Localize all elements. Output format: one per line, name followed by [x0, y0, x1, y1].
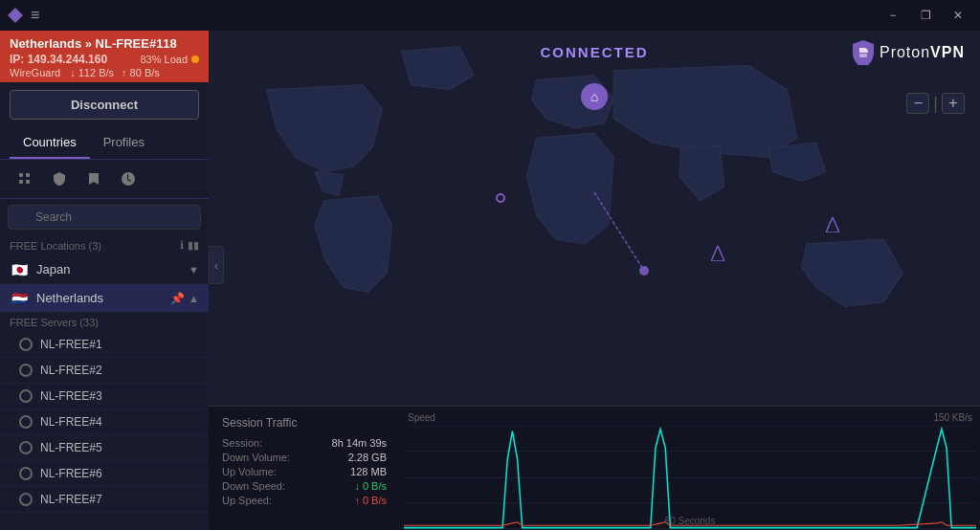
- chart-svg: [404, 426, 976, 530]
- country-list: FREE Locations (3) ℹ ▮▮ 🇯🇵 Japan ▼ 🇳🇱 Ne…: [0, 235, 209, 530]
- map-area: CONNECTED ProtonVPN − | + ⌂: [209, 31, 980, 530]
- session-row-1: Down Volume: 2.28 GB: [222, 452, 387, 463]
- server-load: 83% Load: [140, 54, 199, 65]
- section-icons: ℹ ▮▮: [180, 239, 199, 252]
- server-nl-free-2[interactable]: NL-FREE#2: [0, 358, 209, 384]
- session-key-2: Up Volume:: [222, 466, 277, 477]
- svg-marker-7: [711, 246, 724, 261]
- speed-max: 150 KB/s: [933, 412, 972, 423]
- ip-address: IP: 149.34.244.160: [10, 53, 107, 66]
- pin-icon[interactable]: 📌: [170, 292, 185, 305]
- sidebar-collapse-button[interactable]: ‹: [209, 246, 224, 284]
- svg-rect-1: [19, 180, 23, 184]
- filter-bookmark-icon[interactable]: [77, 166, 111, 192]
- connected-server: Netherlands » NL-FREE#118: [10, 36, 199, 51]
- server-nl-free-4[interactable]: NL-FREE#4: [0, 409, 209, 435]
- japan-flag: 🇯🇵: [10, 263, 29, 276]
- zoom-controls: − | +: [906, 93, 965, 114]
- svg-rect-2: [26, 173, 30, 177]
- server-nl-free-5[interactable]: NL-FREE#5: [0, 435, 209, 461]
- main-layout: Netherlands » NL-FREE#118 IP: 149.34.244…: [0, 31, 980, 530]
- connection-info: Netherlands » NL-FREE#118 IP: 149.34.244…: [0, 31, 209, 82]
- zoom-divider: |: [933, 94, 938, 114]
- japan-actions: ▼: [189, 264, 199, 276]
- tab-countries[interactable]: Countries: [10, 127, 90, 159]
- server-name: Netherlands » NL-FREE#118: [10, 36, 177, 51]
- protocol-row: WireGuard ↓ 112 B/s ↑ 80 B/s: [10, 67, 199, 78]
- session-title: Session Traffic: [222, 416, 387, 430]
- tab-profiles[interactable]: Profiles: [90, 127, 158, 159]
- speed-chart: Speed 150 KB/s 60 Seconds: [400, 407, 980, 530]
- japan-chevron: ▼: [189, 264, 199, 276]
- home-pin: ⌂: [581, 83, 608, 110]
- connected-label: CONNECTED: [540, 44, 648, 60]
- collapse-icon[interactable]: ▮▮: [188, 239, 199, 252]
- japan-name: Japan: [36, 262, 181, 276]
- session-val-4: ↑ 0 B/s: [354, 495, 387, 506]
- tab-bar: Countries Profiles: [0, 127, 209, 160]
- session-val-2: 128 MB: [350, 466, 387, 477]
- session-key-1: Down Volume:: [222, 452, 290, 463]
- filter-all-icon[interactable]: [8, 166, 42, 192]
- server-status-circle: [19, 467, 33, 480]
- titlebar: ≡ − ❐ ✕: [0, 0, 980, 31]
- svg-rect-3: [26, 180, 30, 184]
- filter-recent-icon[interactable]: [111, 166, 145, 192]
- server-nl-free-3[interactable]: NL-FREE#3: [0, 384, 209, 409]
- down-speed: ↓ 112 B/s: [70, 67, 114, 78]
- info-icon[interactable]: ℹ: [180, 239, 184, 252]
- free-servers-label: FREE Servers (33): [0, 313, 209, 332]
- session-row-4: Up Speed: ↑ 0 B/s: [222, 495, 387, 506]
- proton-icon: [8, 8, 23, 23]
- server-status-circle: [19, 493, 33, 506]
- minimize-button[interactable]: −: [879, 6, 907, 25]
- server-status-circle: [19, 441, 33, 454]
- zoom-minus-button[interactable]: −: [906, 93, 929, 114]
- country-item-netherlands[interactable]: 🇳🇱 Netherlands 📌 ▲: [0, 284, 209, 313]
- session-row-0: Session: 8h 14m 39s: [222, 437, 387, 449]
- protocol-name: WireGuard: [10, 67, 60, 78]
- home-icon: ⌂: [590, 89, 598, 104]
- netherlands-name: Netherlands: [36, 291, 163, 305]
- filter-shield-icon[interactable]: [42, 166, 77, 192]
- map-pin-au: [826, 217, 839, 235]
- netherlands-chevron: ▲: [189, 293, 199, 304]
- speed-label: Speed: [408, 412, 435, 423]
- server-status-circle: [19, 364, 33, 377]
- up-speed: ↑ 80 B/s: [122, 67, 160, 78]
- server-nl-free-7[interactable]: NL-FREE#7: [0, 487, 209, 513]
- session-key-0: Session:: [222, 437, 262, 449]
- close-button[interactable]: ✕: [944, 6, 972, 25]
- session-val-0: 8h 14m 39s: [332, 437, 387, 449]
- disconnect-wrap: Disconnect: [0, 82, 209, 127]
- bottom-panel: Session Traffic Session: 8h 14m 39s Down…: [209, 406, 980, 530]
- filter-bar: [0, 160, 209, 199]
- search-wrap: 🔍: [0, 199, 209, 235]
- svg-rect-0: [19, 173, 23, 177]
- search-input[interactable]: [8, 205, 201, 230]
- zoom-plus-button[interactable]: +: [942, 93, 965, 114]
- server-nl-free-6[interactable]: NL-FREE#6: [0, 461, 209, 487]
- server-status-circle: [19, 338, 33, 351]
- collapse-arrow: ‹: [214, 258, 218, 273]
- session-key-4: Up Speed:: [222, 495, 272, 506]
- load-indicator: [191, 55, 199, 63]
- free-locations-label: FREE Locations (3) ℹ ▮▮: [0, 235, 209, 255]
- disconnect-button[interactable]: Disconnect: [10, 90, 199, 120]
- home-circle: ⌂: [581, 83, 608, 110]
- session-key-3: Down Speed:: [222, 480, 285, 492]
- menu-icon[interactable]: ≡: [31, 7, 39, 24]
- ip-row: IP: 149.34.244.160 83% Load: [10, 53, 199, 66]
- country-item-japan[interactable]: 🇯🇵 Japan ▼: [0, 255, 209, 284]
- svg-rect-4: [859, 54, 867, 57]
- netherlands-actions: 📌 ▲: [170, 292, 199, 305]
- restore-button[interactable]: ❐: [911, 6, 940, 25]
- speed-stats: ↓ 112 B/s ↑ 80 B/s: [70, 67, 160, 78]
- sidebar: Netherlands » NL-FREE#118 IP: 149.34.244…: [0, 31, 209, 530]
- window-controls: − ❐ ✕: [879, 6, 972, 25]
- search-container: 🔍: [8, 205, 201, 230]
- session-val-3: ↓ 0 B/s: [354, 480, 387, 492]
- proton-brand-text: ProtonVPN: [880, 44, 965, 61]
- session-row-3: Down Speed: ↓ 0 B/s: [222, 480, 387, 492]
- server-nl-free-1[interactable]: NL-FREE#1: [0, 332, 209, 358]
